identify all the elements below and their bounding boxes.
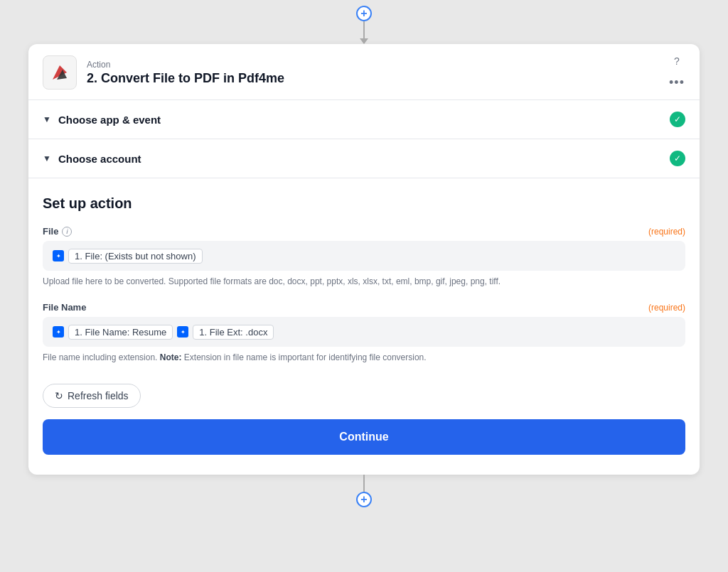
choose-app-section[interactable]: ▼ Choose app & event ✓ [28, 100, 700, 139]
filename-hint: File name including extension. Note: Ext… [43, 351, 685, 364]
choose-account-check: ✓ [670, 151, 685, 166]
file-required-badge: (required) [648, 227, 685, 237]
connector-arrow-top [360, 38, 368, 44]
bottom-connector: + [356, 475, 372, 519]
filename-field-group: File Name (required) 1. File Name: Resum… [43, 302, 685, 364]
continue-label: Continue [339, 431, 388, 443]
dropbox-icon-ext [177, 326, 188, 338]
filename-required-badge: (required) [648, 303, 685, 313]
file-info-icon[interactable]: i [62, 227, 72, 237]
app-icon [43, 55, 77, 90]
chevron-down-icon: ▼ [43, 114, 51, 124]
file-token: 1. File: (Exists but not shown) [68, 249, 203, 264]
header-icons: ? ••• [668, 53, 685, 91]
choose-app-check: ✓ [670, 112, 685, 127]
filename-token2: 1. File Ext: .docx [193, 325, 274, 340]
chevron-down-icon-2: ▼ [43, 153, 51, 163]
more-button[interactable]: ••• [668, 74, 685, 91]
top-add-button[interactable]: + [356, 6, 372, 21]
connector-line-bottom [363, 475, 365, 492]
choose-app-label: Choose app & event [58, 114, 670, 126]
continue-button[interactable]: Continue [43, 419, 685, 455]
dropbox-icon-file [53, 250, 64, 261]
help-icon: ? [674, 55, 680, 67]
action-card: Action 2. Convert File to PDF in Pdf4me … [28, 44, 700, 475]
file-field-group: File i (required) 1. File: (Exists but n… [43, 226, 685, 288]
action-title: 2. Convert File to PDF in Pdf4me [87, 71, 685, 86]
top-connector: + [356, 0, 372, 44]
file-field-label: File i [43, 226, 72, 237]
refresh-fields-button[interactable]: ↻ Refresh fields [43, 384, 141, 408]
bottom-add-button[interactable]: + [356, 492, 372, 507]
help-button[interactable]: ? [668, 53, 685, 70]
connector-line-top [363, 21, 365, 38]
filename-hint-note-label: Note: [160, 352, 182, 362]
filename-input-box[interactable]: 1. File Name: Resume 1. File Ext: .docx [43, 317, 685, 347]
page-container: + Action 2. Convert File to PDF in Pdf4m… [0, 0, 728, 572]
card-header: Action 2. Convert File to PDF in Pdf4me … [28, 44, 700, 100]
choose-account-section[interactable]: ▼ Choose account ✓ [28, 139, 700, 178]
dropbox-icon-name [53, 326, 64, 338]
file-input-box[interactable]: 1. File: (Exists but not shown) [43, 241, 685, 271]
setup-title: Set up action [43, 195, 685, 212]
filename-field-header: File Name (required) [43, 302, 685, 313]
refresh-icon: ↻ [55, 390, 63, 401]
more-icon: ••• [669, 75, 685, 90]
header-text: Action 2. Convert File to PDF in Pdf4me [87, 60, 685, 86]
refresh-fields-label: Refresh fields [68, 390, 129, 401]
choose-account-label: Choose account [58, 153, 670, 165]
setup-section: Set up action File i (required) 1. File:… [28, 178, 700, 475]
filename-token1: 1. File Name: Resume [68, 325, 173, 340]
file-field-header: File i (required) [43, 226, 685, 237]
action-label: Action [87, 60, 685, 70]
filename-field-label: File Name [43, 302, 86, 313]
file-hint: Upload file here to be converted. Suppor… [43, 275, 685, 288]
